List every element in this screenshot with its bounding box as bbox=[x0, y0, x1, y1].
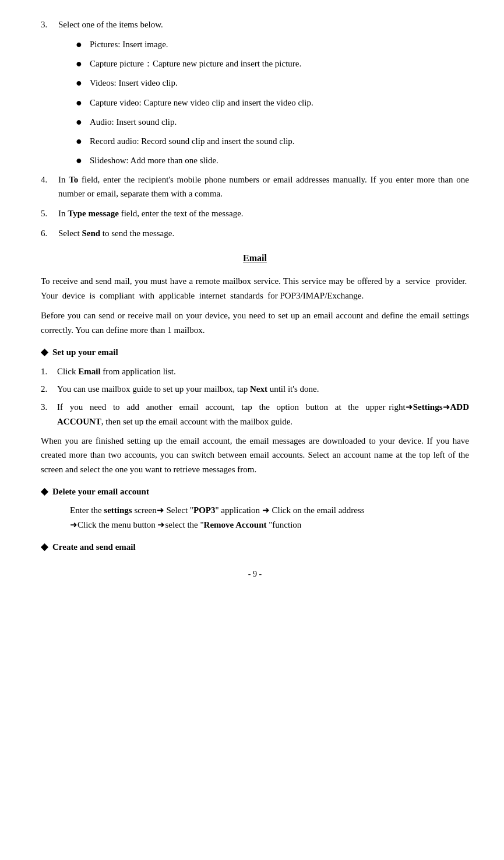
item-5-bold: Type message bbox=[68, 209, 119, 218]
bullet-item-5: ● Audio: Insert sound clip. bbox=[76, 115, 469, 129]
setup-item-1-num: 1. bbox=[41, 364, 57, 379]
item-3-text: Select one of the items below. bbox=[58, 20, 163, 29]
setup-item-3-text: If you need to add another email account… bbox=[57, 402, 406, 412]
bullet-text-3: Videos: Insert video clip. bbox=[90, 76, 469, 90]
setup-item-2-content: You can use mailbox guide to set up your… bbox=[57, 382, 469, 396]
diamond-heading-delete: ◆ Delete your email account bbox=[41, 484, 469, 499]
item-3-content: Select one of the items below. bbox=[58, 17, 469, 31]
diamond-section-setup: ◆ Set up your email 1. Click Email from … bbox=[41, 345, 469, 477]
item-6-bold: Send bbox=[82, 229, 100, 238]
bullet-item-4: ● Capture video: Capture new video clip … bbox=[76, 96, 469, 110]
bullet-dot-2: ● bbox=[76, 57, 90, 71]
bullet-item-1: ● Pictures: Insert image. bbox=[76, 37, 469, 52]
item-4-prefix: In bbox=[58, 175, 69, 184]
setup-item-1: 1. Click Email from application list. bbox=[41, 364, 469, 379]
item-6-suffix: to send the message. bbox=[100, 229, 174, 238]
item-5-content: In Type message field, enter the text of… bbox=[58, 206, 469, 220]
item-4-content: In To field, enter the recipient's mobil… bbox=[58, 173, 469, 201]
bullet-text-5: Audio: Insert sound clip. bbox=[90, 115, 469, 129]
paragraph-2: Before you can send or receive mail on y… bbox=[41, 308, 469, 338]
item-6-prefix: Select bbox=[58, 229, 82, 238]
item-6-num: 6. bbox=[41, 226, 58, 240]
setup-after-text-content: When you are finished setting up the ema… bbox=[41, 436, 469, 475]
item-5-prefix: In bbox=[58, 209, 68, 218]
setup-item-2-prefix: You can use mailbox guide to set up your… bbox=[57, 384, 250, 394]
item-3-num: 3. bbox=[41, 17, 58, 31]
item-4-suffix: field, enter the recipient's mobile phon… bbox=[58, 175, 469, 198]
bullet-dot-3: ● bbox=[76, 76, 90, 90]
numbered-item-5: 5. In Type message field, enter the text… bbox=[41, 206, 469, 220]
bullet-item-6: ● Record audio: Record sound clip and in… bbox=[76, 134, 469, 149]
setup-item-1-prefix: Click bbox=[57, 367, 78, 376]
diamond-heading-setup: ◆ Set up your email bbox=[41, 345, 469, 360]
bullet-dot-6: ● bbox=[76, 134, 90, 149]
setup-item-3: 3. If you need to add another email acco… bbox=[41, 400, 469, 429]
delete-instructions: Enter the settings screen➜ Select "POP3"… bbox=[70, 503, 469, 532]
diamond-label-delete: Delete your email account bbox=[52, 485, 149, 499]
setup-item-3-bold1: Settings bbox=[413, 402, 443, 412]
setup-item-2-suffix: until it's done. bbox=[267, 384, 319, 394]
diamond-icon-setup: ◆ bbox=[41, 345, 48, 360]
setup-item-3-suffix: , then set up the email account with the… bbox=[101, 417, 292, 426]
paragraph-1: To receive and send mail, you must have … bbox=[41, 274, 469, 303]
section-heading-email: Email bbox=[41, 251, 469, 266]
bullet-text-6: Record audio: Record sound clip and inse… bbox=[90, 134, 469, 148]
bullet-dot-7: ● bbox=[76, 153, 90, 168]
delete-remove-bold: Remove Account bbox=[204, 520, 267, 529]
diamond-label-create: Create and send email bbox=[52, 540, 136, 554]
setup-item-1-suffix: from application list. bbox=[101, 367, 176, 376]
bullet-dot-1: ● bbox=[76, 37, 90, 52]
item-4-num: 4. bbox=[41, 173, 58, 201]
setup-item-2-bold: Next bbox=[250, 384, 267, 394]
page-number: - 9 - bbox=[41, 568, 469, 581]
bullet-list: ● Pictures: Insert image. ● Capture pict… bbox=[76, 37, 469, 168]
item-5-num: 5. bbox=[41, 206, 58, 220]
delete-line2: ➜Click the menu button ➜select the "Remo… bbox=[70, 520, 301, 529]
item-4-bold: To bbox=[69, 175, 78, 184]
delete-pop3-bold: POP3 bbox=[193, 506, 216, 515]
item-6-content: Select Send to send the message. bbox=[58, 226, 469, 240]
bullet-dot-4: ● bbox=[76, 96, 90, 110]
setup-item-3-arrow2: ➜ bbox=[443, 402, 450, 412]
setup-sub-numbered: 1. Click Email from application list. 2.… bbox=[41, 364, 469, 429]
bullet-text-4: Capture video: Capture new video clip an… bbox=[90, 96, 469, 110]
diamond-icon-delete: ◆ bbox=[41, 484, 48, 499]
setup-item-3-arrow1: ➜ bbox=[406, 402, 413, 412]
setup-item-2-num: 2. bbox=[41, 382, 57, 396]
numbered-item-3: 3. Select one of the items below. bbox=[41, 17, 469, 31]
bullet-text-1: Pictures: Insert image. bbox=[90, 37, 469, 51]
setup-item-1-content: Click Email from application list. bbox=[57, 364, 469, 379]
diamond-section-create: ◆ Create and send email bbox=[41, 539, 469, 554]
diamond-icon-create: ◆ bbox=[41, 539, 48, 554]
setup-item-3-num: 3. bbox=[41, 400, 57, 429]
delete-line1: Enter the settings screen➜ Select "POP3"… bbox=[70, 506, 365, 515]
bullet-item-3: ● Videos: Insert video clip. bbox=[76, 76, 469, 90]
numbered-item-4: 4. In To field, enter the recipient's mo… bbox=[41, 173, 469, 201]
diamond-heading-create: ◆ Create and send email bbox=[41, 539, 469, 554]
para-1-text: To receive and send mail, you must have … bbox=[41, 276, 469, 300]
bullet-item-2: ● Capture picture：Capture new picture an… bbox=[76, 57, 469, 71]
setup-after-text: When you are finished setting up the ema… bbox=[41, 434, 469, 477]
numbered-item-6: 6. Select Send to send the message. bbox=[41, 226, 469, 240]
setup-item-2: 2. You can use mailbox guide to set up y… bbox=[41, 382, 469, 396]
bullet-text-2: Capture picture：Capture new picture and … bbox=[90, 57, 469, 71]
bullet-text-7: Slideshow: Add more than one slide. bbox=[90, 153, 469, 167]
delete-settings-bold: settings bbox=[104, 506, 132, 515]
bullet-dot-5: ● bbox=[76, 115, 90, 129]
para-2-text: Before you can send or receive mail on y… bbox=[41, 311, 469, 335]
setup-item-1-bold: Email bbox=[78, 367, 100, 376]
setup-item-3-content: If you need to add another email account… bbox=[57, 400, 469, 429]
bullet-item-7: ● Slideshow: Add more than one slide. bbox=[76, 153, 469, 168]
item-5-suffix: field, enter the text of the message. bbox=[119, 209, 244, 218]
diamond-section-delete: ◆ Delete your email account Enter the se… bbox=[41, 484, 469, 532]
diamond-label-setup: Set up your email bbox=[52, 345, 118, 359]
